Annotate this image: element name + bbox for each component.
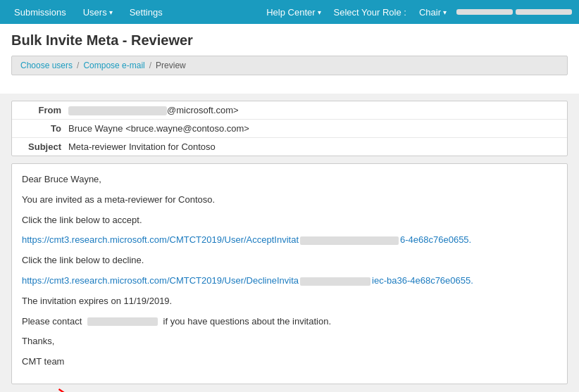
nav-btn-2[interactable]	[516, 9, 572, 15]
body-line4: Click the link below to decline.	[22, 253, 557, 268]
main-wrapper: From @microsoft.com> To Bruce Wayne <bru…	[0, 94, 579, 392]
link-accept-blurred	[300, 236, 399, 245]
link-decline-blurred	[300, 277, 371, 286]
page-title: Bulk Invite Meta - Reviewer	[11, 32, 568, 49]
breadcrumb-sep2: /	[149, 61, 151, 70]
subject-value: Meta-reviewer Invitation for Contoso	[68, 141, 216, 152]
breadcrumb-step1[interactable]: Choose users	[20, 61, 73, 70]
from-label: From	[19, 105, 61, 115]
to-value: Bruce Wayne <bruce.wayne@contoso.com>	[68, 123, 249, 134]
body-line8: CMT team	[22, 355, 557, 369]
navbar: Submissions Users ▾ Settings Help Center…	[0, 0, 579, 24]
nav-users[interactable]: Users ▾	[76, 3, 120, 22]
body-link-decline: https://cmt3.research.microsoft.com/CMTC…	[22, 274, 557, 289]
users-dropdown-arrow: ▾	[109, 8, 113, 16]
email-body: Dear Bruce Wayne, You are invited as a m…	[11, 163, 568, 384]
body-line1: Dear Bruce Wayne,	[22, 172, 557, 187]
red-arrow-indicator	[54, 386, 96, 392]
from-value: @microsoft.com>	[68, 105, 239, 115]
body-line2: You are invited as a meta-reviewer for C…	[22, 193, 557, 208]
to-label: To	[19, 123, 61, 134]
svg-line-1	[59, 389, 87, 392]
email-subject-row: Subject Meta-reviewer Invitation for Con…	[12, 138, 567, 156]
body-link-accept: https://cmt3.research.microsoft.com/CMTC…	[22, 233, 557, 248]
helpcenter-arrow: ▾	[318, 8, 321, 16]
breadcrumb-step2[interactable]: Compose e-mail	[83, 61, 144, 70]
role-arrow: ▾	[443, 8, 447, 16]
email-from-row: From @microsoft.com>	[12, 101, 567, 120]
nav-btn-1[interactable]	[456, 9, 513, 15]
body-line5: The invitation expires on 11/19/2019.	[22, 294, 557, 309]
nav-role[interactable]: Chair ▾	[412, 3, 454, 22]
page-container: Bulk Invite Meta - Reviewer Choose users…	[0, 24, 579, 94]
breadcrumb: Choose users / Compose e-mail / Preview	[11, 56, 568, 75]
from-blurred	[68, 106, 167, 115]
nav-settings[interactable]: Settings	[123, 3, 170, 22]
email-header: From @microsoft.com> To Bruce Wayne <bru…	[11, 101, 568, 156]
nav-submissions[interactable]: Submissions	[7, 3, 73, 22]
body-line7: Thanks,	[22, 334, 557, 349]
breadcrumb-sep1: /	[77, 61, 79, 70]
from-domain: @microsoft.com>	[167, 105, 239, 115]
nav-helpcenter[interactable]: Help Center ▾	[259, 3, 328, 22]
role-label: Select Your Role :	[331, 7, 409, 18]
contact-blurred	[87, 317, 158, 326]
body-line3: Click the link below to accept.	[22, 213, 557, 228]
body-line6: Please contact if you have questions abo…	[22, 315, 557, 329]
breadcrumb-step3: Preview	[156, 61, 186, 70]
email-to-row: To Bruce Wayne <bruce.wayne@contoso.com>	[12, 120, 567, 138]
subject-label: Subject	[19, 141, 61, 152]
